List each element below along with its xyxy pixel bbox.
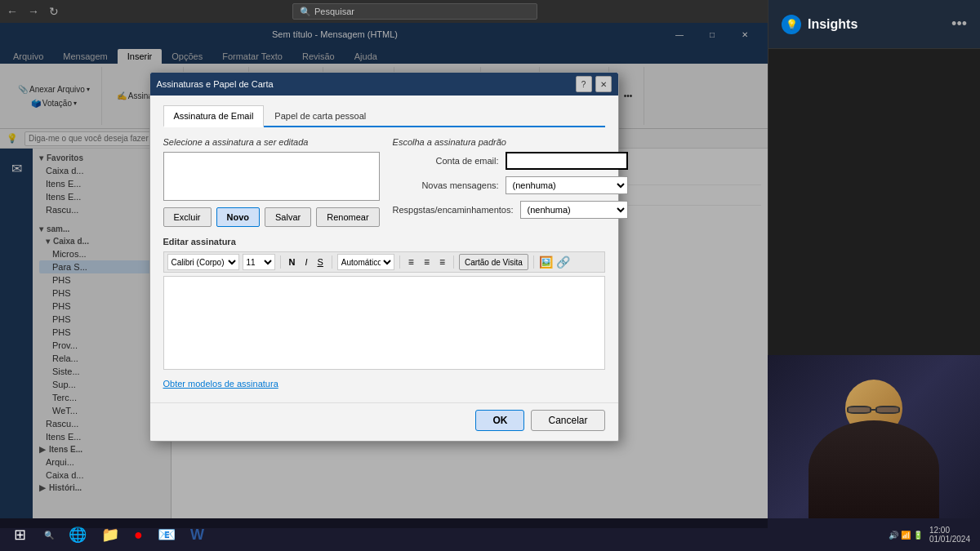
modal-help-button[interactable]: ?	[576, 76, 592, 92]
modal-overlay: Assinaturas e Papel de Carta ? ✕ Assinat…	[0, 23, 768, 528]
replies-label: Respgstas/encaminhamentos:	[393, 205, 514, 215]
email-account-row: Conta de email:	[393, 152, 628, 170]
tab-email-signature[interactable]: Assinatura de Email	[163, 105, 265, 127]
edit-toolbar: Calibri (Corpo) 11 N I S Automático ≡	[163, 251, 605, 273]
new-messages-row: Novas mensagens: (nenhuma)	[393, 176, 628, 194]
choose-default-label: Escolha a assinatura padrão	[393, 137, 628, 147]
toolbar-separator-4	[453, 256, 454, 269]
signature-list[interactable]	[163, 152, 380, 201]
modal-right-col: Escolha a assinatura padrão Conta de ema…	[393, 137, 628, 227]
back-arrow[interactable]: ←	[7, 5, 18, 18]
new-messages-label: Novas mensagens:	[393, 180, 499, 190]
signature-edit-area[interactable]	[163, 276, 605, 370]
business-card-button[interactable]: Cartão de Visita	[459, 254, 528, 270]
modal-content: Assinatura de Email Papel de carta pesso…	[150, 96, 618, 399]
email-account-label: Conta de email:	[393, 156, 499, 166]
font-select[interactable]: Calibri (Corpo)	[167, 254, 239, 270]
cancel-button[interactable]: Cancelar	[531, 410, 604, 431]
modal-tabs: Assinatura de Email Papel de carta pesso…	[163, 105, 605, 127]
search-icon: 🔍	[300, 7, 311, 17]
tab-personal-paper[interactable]: Papel de carta pessoal	[264, 105, 376, 127]
save-button[interactable]: Salvar	[265, 207, 311, 227]
strikethrough-button[interactable]: S	[314, 256, 327, 269]
edit-signature-section: Editar assinatura Calibri (Corpo) 11 N I…	[163, 237, 605, 372]
email-account-input[interactable]	[506, 152, 628, 170]
color-select[interactable]: Automático	[337, 254, 394, 270]
toolbar-separator-3	[399, 256, 400, 269]
webcam-figure	[768, 355, 980, 518]
insert-image-button[interactable]: 🖼️	[539, 256, 553, 269]
modal-left-col: Selecione a assinatura a ser editada Exc…	[163, 137, 380, 227]
signature-actions: Excluir Novo Salvar Renomear	[163, 207, 380, 227]
insights-more-button[interactable]: •••	[951, 16, 967, 33]
folder-icon: 📁	[101, 526, 119, 544]
insights-title: Insights	[808, 17, 858, 32]
word-icon: W	[190, 527, 204, 544]
taskbar-search-icon: 🔍	[44, 531, 54, 540]
insights-panel: 💡 Insights •••	[768, 0, 980, 551]
systray: 🔊 📶 🔋 12:0001/01/2024	[889, 526, 977, 544]
toolbar-separator-1	[280, 256, 281, 269]
insights-icon: 💡	[782, 15, 801, 34]
replies-select[interactable]: (nenhuma)	[520, 201, 628, 219]
delete-button[interactable]: Excluir	[163, 207, 212, 227]
edit-signature-label: Editar assinatura	[163, 237, 605, 247]
insights-header: 💡 Insights •••	[768, 0, 980, 49]
toolbar-separator-5	[533, 256, 534, 269]
webcam-preview	[768, 355, 980, 518]
modal-close-button[interactable]: ✕	[595, 76, 612, 92]
bold-button[interactable]: N	[286, 256, 299, 269]
insert-link-button2[interactable]: 🔗	[556, 256, 570, 269]
align-center-button[interactable]: ≡	[421, 255, 433, 269]
outlook-icon: 📧	[158, 526, 176, 544]
select-signature-label: Selecione a assinatura a ser editada	[163, 137, 380, 147]
modal-columns: Selecione a assinatura a ser editada Exc…	[163, 137, 605, 227]
os-search-bar[interactable]: 🔍 Pesquisar	[292, 3, 537, 20]
windows-icon: ⊞	[14, 526, 26, 544]
align-left-button[interactable]: ≡	[405, 255, 417, 269]
modal-titlebar: Assinaturas e Papel de Carta ? ✕	[150, 73, 618, 96]
font-size-select[interactable]: 11	[243, 254, 275, 270]
new-messages-select[interactable]: (nenhuma)	[506, 176, 628, 194]
refresh-arrow[interactable]: ↻	[49, 5, 59, 18]
toolbar-separator-2	[332, 256, 332, 269]
italic-button[interactable]: I	[301, 256, 310, 269]
systray-time: 12:0001/01/2024	[929, 526, 970, 544]
os-nav-bar: ← → ↻ 🔍 Pesquisar	[0, 0, 768, 23]
signatures-dialog: Assinaturas e Papel de Carta ? ✕ Assinat…	[149, 72, 619, 442]
modal-title: Assinaturas e Papel de Carta	[157, 79, 576, 89]
align-right-button[interactable]: ≡	[436, 255, 448, 269]
ok-button[interactable]: OK	[475, 410, 524, 431]
new-button[interactable]: Novo	[216, 207, 261, 227]
forward-arrow[interactable]: →	[28, 5, 39, 18]
rename-button[interactable]: Renomear	[316, 207, 379, 227]
replies-row: Respgstas/encaminhamentos: (nenhuma)	[393, 201, 628, 219]
systray-icons: 🔊 📶 🔋	[889, 531, 923, 540]
get-templates-link[interactable]: Obter modelos de assinatura	[163, 379, 278, 389]
modal-footer: OK Cancelar	[150, 402, 618, 441]
modal-controls: ? ✕	[576, 76, 612, 92]
red-app-icon: ●	[134, 527, 143, 544]
edge-icon: 🌐	[69, 526, 87, 544]
